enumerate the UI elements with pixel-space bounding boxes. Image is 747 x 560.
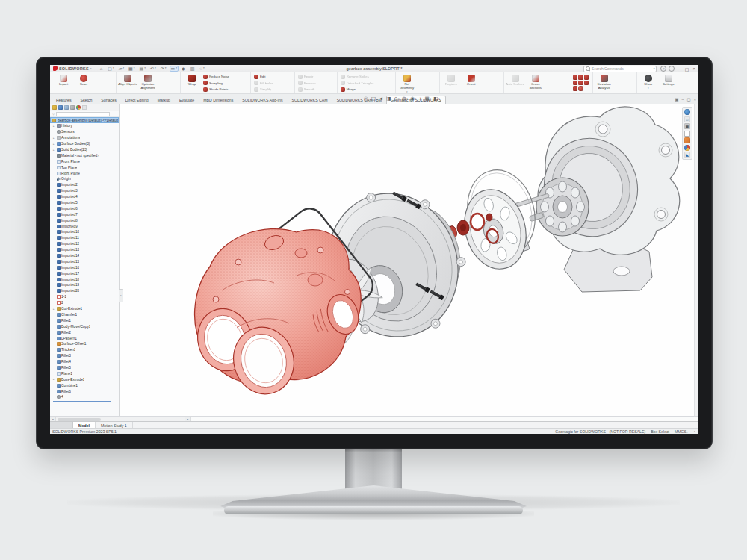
expand-icon[interactable]: ▸ [53, 125, 55, 128]
ribbon-button[interactable]: Repair [298, 74, 316, 79]
expand-icon[interactable]: ▸ [53, 378, 55, 381]
units-selector[interactable]: MMGS▾ [675, 429, 688, 434]
tree-item[interactable]: ▸ Chamfer1 [50, 312, 119, 318]
vertical-scrollbar[interactable] [694, 104, 698, 416]
expand-icon[interactable]: ▸ [53, 149, 55, 152]
edit-appearance-icon[interactable]: ◕ [419, 96, 422, 102]
ribbon-button[interactable]: Align Objects [118, 73, 137, 93]
ribbon-button[interactable]: Scan [74, 73, 93, 93]
geomagic-tool-icon[interactable] [573, 86, 578, 91]
geomagic-tool-icon[interactable] [573, 75, 578, 80]
tree-item[interactable]: ▸ Imported20 [50, 288, 119, 294]
commandmanager-tab[interactable]: Markup [153, 96, 175, 104]
displaymanager-tab[interactable] [76, 105, 81, 110]
tree-item[interactable]: ▸ Top Plane [50, 164, 119, 170]
apply-scene-icon[interactable]: ▦▾ [425, 96, 431, 102]
tree-item[interactable]: ▸ Fillet2 [50, 329, 119, 335]
tree-item[interactable]: ▸ 4 [50, 394, 119, 400]
ribbon-button[interactable]: Smooth [298, 87, 316, 92]
view-orientation-icon[interactable]: ◇▾ [394, 96, 399, 102]
hide-show-items-icon[interactable]: ◉▾ [410, 96, 416, 102]
ribbon-button[interactable]: Regions [441, 73, 461, 93]
zoom-to-fit-icon[interactable]: ◎ [364, 96, 368, 102]
part-bearing[interactable] [536, 178, 589, 236]
close-button[interactable]: × [692, 66, 695, 72]
selection-mode-text[interactable]: Box Select [651, 429, 669, 434]
undo-icon[interactable]: ↶▾ [149, 66, 157, 71]
tree-item[interactable]: ▸ Imported15 [50, 258, 119, 264]
open-icon[interactable]: ▱▾ [118, 66, 125, 71]
geomagic-tool-icon[interactable] [584, 81, 589, 86]
tree-item[interactable]: ▸ 1-1 [50, 294, 119, 300]
tree-item[interactable]: ▸ Imported3 [50, 188, 119, 194]
configurationmanager-tab[interactable] [64, 105, 69, 110]
geomagic-tool-icon[interactable] [573, 81, 578, 86]
doc-cascade-icon[interactable]: ▢ [687, 97, 691, 102]
tree-item[interactable]: ▸ Solid Bodies(23) [50, 147, 119, 153]
tree-item[interactable]: ▸ Imported9 [50, 223, 119, 229]
commandmanager-tab[interactable]: Direct Editing [121, 96, 153, 104]
tree-item[interactable]: ▸ Imported10 [50, 229, 119, 235]
commandmanager-tab[interactable]: Evaluate [175, 96, 199, 104]
tree-item[interactable]: ▸ Fillet5 [50, 365, 119, 371]
rebuild-icon[interactable]: ◆ [181, 66, 187, 71]
search-scope-caret-icon[interactable]: ▾ [654, 67, 655, 70]
tree-item[interactable]: ▸ Imported5 [50, 200, 119, 206]
dimxpert-tab[interactable] [70, 105, 75, 110]
tree-item[interactable]: ▸ Imported6 [50, 205, 119, 211]
tree-item[interactable]: ▸ Boss-Extrude1 [50, 376, 119, 382]
scrollbar-thumb[interactable] [58, 418, 101, 421]
logo-expand-icon[interactable]: ▸ [90, 67, 92, 70]
graphics-area[interactable]: ▽ gearbox-assembly (Default) <<Default>_… [50, 104, 698, 416]
rt-snapshot-icon[interactable]: ▣ [684, 123, 690, 129]
ribbon-button[interactable]: Sampling [203, 81, 229, 86]
rt-home-icon[interactable]: ⌂ [684, 116, 690, 122]
file-properties-icon[interactable]: ▥ [190, 66, 196, 71]
geomagic-tool-icon[interactable] [578, 86, 583, 91]
tree-item[interactable]: ▸ Cut-Extrude1 [50, 306, 119, 312]
filter-icon[interactable]: ▽ [52, 112, 55, 116]
user-icon[interactable]: ◔ [669, 66, 675, 72]
ribbon-button[interactable]: Orient [462, 73, 481, 93]
geomagic-tool-icon[interactable] [578, 81, 583, 86]
tree-item[interactable]: ▸ Origin [50, 176, 119, 182]
filter-input[interactable] [56, 112, 110, 116]
tree-item[interactable]: ▸ Imported7 [50, 211, 119, 217]
doc-minimize-icon[interactable]: – [682, 97, 684, 102]
display-style-icon[interactable]: ◍▾ [402, 96, 408, 102]
status-help-icon[interactable]: ◔ [693, 429, 695, 434]
ribbon-button[interactable]: Simplify [254, 87, 273, 92]
previous-view-icon[interactable]: ◄ [379, 96, 384, 102]
expand-icon[interactable]: ▸ [53, 137, 55, 140]
home-icon[interactable]: ⌂ [99, 66, 105, 71]
ribbon-button[interactable]: Remesh [298, 81, 316, 86]
tree-item[interactable]: ▸ Surface-Offset1 [50, 341, 119, 347]
tree-item[interactable]: ▸ Fillet4 [50, 359, 119, 365]
ribbon-button[interactable]: Auto Surface [506, 73, 525, 93]
tree-item[interactable]: ▸ Imported14 [50, 253, 119, 259]
ribbon-collapse-icon[interactable]: ˆ [695, 74, 696, 78]
rt-orientation-icon[interactable] [684, 109, 690, 115]
tree-item[interactable]: ▸ Imported4 [50, 194, 119, 200]
tree-item[interactable]: ▸ Imported17 [50, 270, 119, 276]
commandmanager-tab[interactable]: Features [52, 96, 75, 104]
search-commands-box[interactable]: Search Commands ▾ [583, 66, 657, 72]
rt-page-icon[interactable] [684, 131, 690, 137]
tree-item[interactable]: ▸ Fillet6 [50, 388, 119, 394]
commandmanager-tab[interactable]: MBD Dimensions [199, 96, 238, 104]
commandmanager-tab[interactable]: Sketch [75, 96, 96, 104]
tree-item[interactable]: ▸ Imported18 [50, 276, 119, 282]
tree-item[interactable]: ▸ Imported11 [50, 235, 119, 241]
ribbon-button[interactable]: Reduce Noise [203, 74, 229, 79]
print-icon[interactable]: ▤▾ [139, 66, 146, 71]
tree-item[interactable]: ▸ Surface Bodies(3) [50, 141, 119, 147]
commandmanager-tab[interactable]: SOLIDWORKS CAM [287, 96, 332, 104]
tree-item[interactable]: ▸ Imported12 [50, 241, 119, 247]
tree-item[interactable]: ▸ Material <not specified> [50, 152, 119, 158]
tree-item[interactable]: ▸ Sensors [50, 129, 119, 135]
ribbon-button[interactable]: Import [54, 73, 73, 93]
tree-item[interactable]: ▸ Imported2 [50, 182, 119, 188]
select-icon[interactable]: ▭▾ [170, 66, 178, 71]
tree-item[interactable]: ▸ Imported16 [50, 264, 119, 270]
minimize-button[interactable]: – [678, 66, 681, 72]
